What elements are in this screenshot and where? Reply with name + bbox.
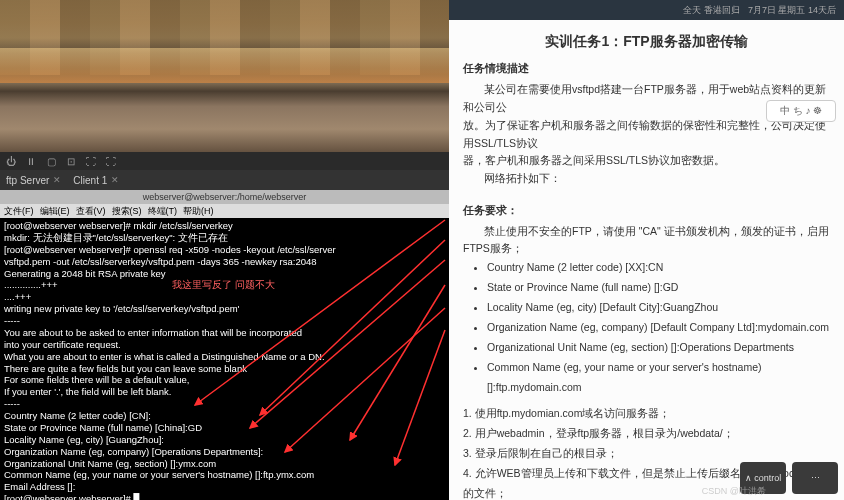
- disk-icon[interactable]: ⊡: [64, 154, 78, 168]
- bullet: Organization Name (eg, company) [Default…: [487, 318, 830, 338]
- bullet: Common Name (eg, your name or your serve…: [487, 358, 830, 398]
- snapshot-icon[interactable]: ▢: [44, 154, 58, 168]
- ime-widget[interactable]: 中 ち ♪ ☸: [766, 100, 836, 122]
- bullet: Country Name (2 letter code) [XX]:CN: [487, 258, 830, 278]
- doc-p2: 放。为了保证客户机和服务器之间传输数据的保密性和完整性，公司决定使用SSL/TL…: [463, 117, 830, 153]
- terminal-menubar: 文件(F) 编辑(E) 查看(V) 搜索(S) 终端(T) 帮助(H): [0, 204, 449, 218]
- watermark: CSDN @叶洪希: [702, 485, 766, 498]
- menu-search[interactable]: 搜索(S): [112, 205, 142, 218]
- doc-content: 实训任务1：FTP服务器加密传输 任务情境描述 某公司在需要使用vsftpd搭建…: [449, 20, 844, 500]
- menu-terminal[interactable]: 终端(T): [148, 205, 178, 218]
- bullet: Locality Name (eg, city) [Default City]:…: [487, 298, 830, 318]
- close-icon[interactable]: ✕: [111, 175, 119, 185]
- vm-toolbar: ⏻ ⏸ ▢ ⊡ ⛶ ⛶: [0, 152, 449, 170]
- power-icon[interactable]: ⏻: [4, 154, 18, 168]
- terminal-title: webserver@webserver:/home/webserver: [0, 190, 449, 204]
- bullet: State or Province Name (full name) []:GD: [487, 278, 830, 298]
- doc-req: 禁止使用不安全的FTP，请使用 "CA" 证书颁发机构，颁发的证书，启用FTPS…: [463, 223, 830, 259]
- more-button[interactable]: ⋯: [792, 462, 838, 494]
- menu-view[interactable]: 查看(V): [76, 205, 106, 218]
- menu-edit[interactable]: 编辑(E): [40, 205, 70, 218]
- status-bar: 全天 香港回归 7月7日 星期五 14天后: [449, 0, 844, 20]
- screen-icon[interactable]: ⛶: [84, 154, 98, 168]
- status-left: 全天 香港回归: [683, 3, 740, 17]
- doc-h1: 任务情境描述: [463, 60, 830, 78]
- req-bullets: Country Name (2 letter code) [XX]:CN Sta…: [463, 258, 830, 398]
- vm-tabs: ftp Server✕ Client 1✕: [0, 170, 449, 190]
- bullet: Organizational Unit Name (eg, section) […: [487, 338, 830, 358]
- num-item: 3. 登录后限制在自己的根目录；: [463, 444, 830, 464]
- menu-file[interactable]: 文件(F): [4, 205, 34, 218]
- doc-h2: 任务要求：: [463, 202, 830, 220]
- pause-icon[interactable]: ⏸: [24, 154, 38, 168]
- num-item: 2. 用户webadmin，登录ftp服务器，根目录为/webdata/；: [463, 424, 830, 444]
- doc-p3: 器，客户机和服务器之间采用SSL/TLS协议加密数据。: [463, 152, 830, 170]
- annotation-text: 我这里写反了 问题不大: [172, 279, 275, 290]
- num-item: 1. 使用ftp.mydomian.com域名访问服务器；: [463, 404, 830, 424]
- doc-p4: 网络拓扑如下：: [463, 170, 830, 188]
- close-icon[interactable]: ✕: [53, 175, 61, 185]
- document-panel: 全天 香港回归 7月7日 星期五 14天后 实训任务1：FTP服务器加密传输 任…: [449, 0, 844, 500]
- fullscreen-icon[interactable]: ⛶: [104, 154, 118, 168]
- doc-title: 实训任务1：FTP服务器加密传输: [463, 30, 830, 52]
- status-right: 7月7日 星期五 14天后: [748, 3, 836, 17]
- terminal-window: webserver@webserver:/home/webserver 文件(F…: [0, 190, 449, 500]
- tab-client-1[interactable]: Client 1✕: [73, 175, 119, 186]
- terminal-body[interactable]: [root@webserver webserver]# mkdir /etc/s…: [0, 218, 449, 500]
- menu-help[interactable]: 帮助(H): [183, 205, 214, 218]
- tab-ftp-server[interactable]: ftp Server✕: [6, 175, 61, 186]
